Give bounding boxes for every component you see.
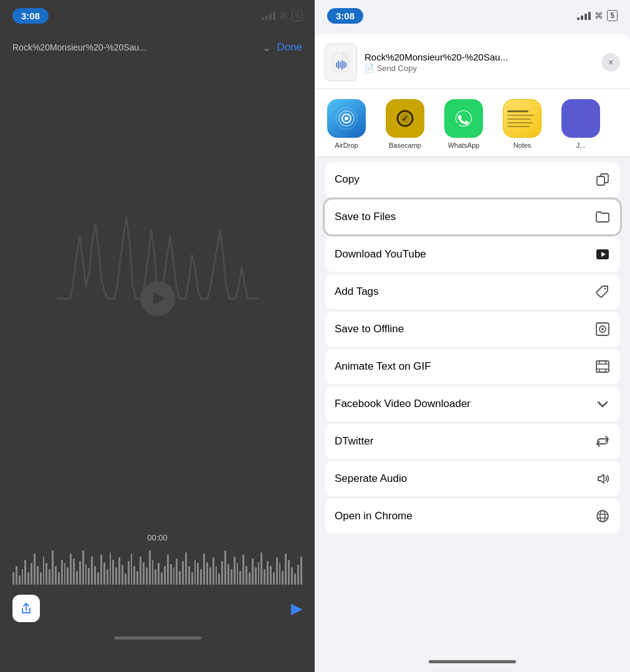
app-item-airdrop[interactable]: AirDrop [325,99,368,149]
bar [300,557,302,585]
sig2 [265,16,268,20]
bar [194,560,196,585]
bar [128,561,130,585]
bar [110,552,112,585]
bar [140,557,141,585]
bar [288,560,290,585]
play-button[interactable]: ▶ [291,600,302,617]
retweet-icon [595,434,610,449]
bar [164,566,166,585]
bar [40,572,42,585]
bar [37,566,39,585]
chevron-down-icon: ⌄ [262,42,270,54]
bar [227,564,229,585]
sig4 [273,12,275,20]
bar [34,554,36,585]
action-list: Copy Save to Files Download YouTube [315,157,630,651]
signal-left [262,12,275,20]
bar [118,557,120,585]
action-separate-audio[interactable]: Seperate Audio [325,461,620,496]
tag-icon [595,284,610,299]
bar [267,561,269,585]
sig3 [269,14,272,20]
status-icons-right: ⌘ 5 [577,10,618,21]
wifi-left: ⌘ [279,11,288,21]
bar [188,566,190,585]
svg-text:✓: ✓ [401,113,409,123]
bar [143,562,145,585]
notes-line [507,110,528,112]
app-row: AirDrop ✓ Basecamp [315,89,630,157]
notes-lines [504,105,541,132]
app-item-notes[interactable]: Notes [500,99,544,149]
action-save-to-files[interactable]: Save to Files [325,199,620,234]
chevron-down-icon [595,396,610,411]
bar [67,567,69,585]
bar [237,563,239,585]
wifi-right: ⌘ [594,11,603,21]
waveform-svg [52,205,264,392]
folder-icon [595,209,610,224]
svg-point-29 [597,511,608,522]
app-item-basecamp[interactable]: ✓ Basecamp [383,99,427,149]
share-sheet: Rock%20Monsieur%20-%20Sau... 📄 Send Copy… [315,31,630,672]
bar [170,564,172,585]
bar [282,571,284,585]
notes-line [507,115,534,116]
bar [258,562,260,585]
svg-point-30 [600,511,605,522]
sig2r [581,16,583,20]
share-close-button[interactable]: × [601,53,620,72]
bar [218,574,220,585]
bar [255,567,257,585]
battery-left: 5 [292,10,302,21]
bar [115,567,117,585]
speaker-icon [595,471,610,486]
bar [285,554,287,585]
status-bar-left: 3:08 ⌘ 5 [0,0,315,31]
share-header: Rock%20Monsieur%20-%20Sau... 📄 Send Copy… [315,34,630,89]
bar [82,550,84,585]
file-icon [325,44,357,81]
bar [179,571,181,585]
whatsapp-label: WhatsApp [448,142,480,149]
bar [158,563,160,585]
bar [61,560,63,585]
action-download-youtube[interactable]: Download YouTube [325,237,620,272]
bar [209,567,211,585]
action-save-to-offline[interactable]: Save to Offline [325,312,620,347]
share-send-copy: 📄 Send Copy [365,64,594,73]
action-copy[interactable]: Copy [325,162,620,197]
right-panel: 3:08 ⌘ 5 [315,0,630,672]
copy-icon [595,172,610,187]
bar [273,572,275,585]
app-item-partial[interactable]: J... [559,99,603,149]
share-button[interactable] [12,595,40,622]
action-facebook-video[interactable]: Facebook Video Downloader [325,386,620,421]
svg-point-10 [345,117,348,120]
bar [242,555,244,585]
bar [260,552,262,585]
bar [176,559,178,585]
done-button[interactable]: Done [277,41,302,54]
bar [100,555,102,585]
sig4r [588,12,591,20]
bar [216,566,217,585]
bar [152,560,154,585]
bar [97,572,99,585]
action-add-tags[interactable]: Add Tags [325,274,620,309]
bar [146,567,148,585]
action-animate-text-gif[interactable]: Animate Text on GIF [325,349,620,384]
bar [131,554,133,585]
action-dtwitter[interactable]: DTwitter [325,424,620,459]
svg-point-21 [601,328,604,330]
action-open-chrome[interactable]: Open in Chrome [325,499,620,534]
partial-app-icon [561,99,600,138]
app-item-whatsapp[interactable]: WhatsApp [442,99,485,149]
bar [182,561,184,585]
battery-right: 5 [607,10,618,21]
bar [252,559,254,585]
bar [279,563,281,585]
share-header-info: Rock%20Monsieur%20-%20Sau... 📄 Send Copy [365,52,594,73]
bar [12,572,14,585]
